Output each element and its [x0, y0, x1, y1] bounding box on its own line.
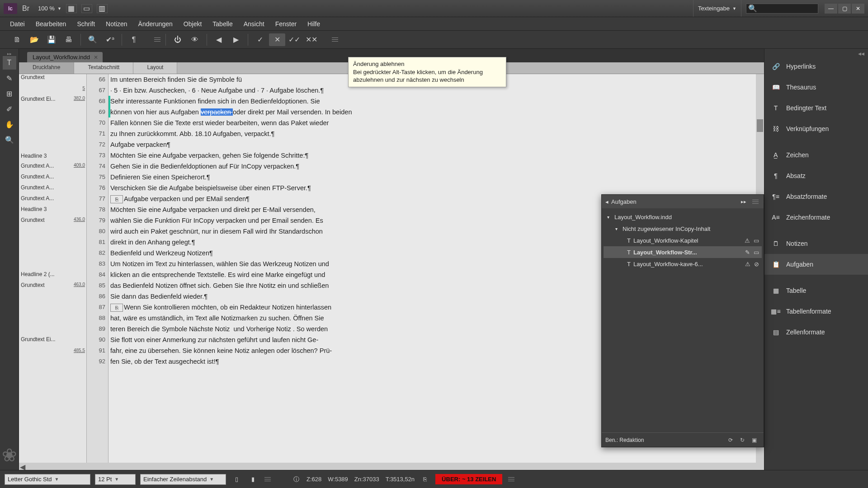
note-tool[interactable]: ✎ — [3, 71, 16, 85]
text-line[interactable]: Aufgabe verpacken¶ — [110, 139, 756, 150]
menu-ansicht[interactable]: Ansicht — [238, 20, 270, 28]
reject-all-icon[interactable]: ✕✕ — [303, 33, 320, 46]
open-icon[interactable]: 📂 — [26, 33, 42, 46]
position-tool[interactable]: ⊞ — [3, 87, 16, 100]
view-mode-drop-2[interactable]: ▭ — [81, 4, 92, 13]
close-button[interactable]: ✕ — [852, 4, 864, 14]
track-power-icon[interactable]: ⏻ — [170, 33, 186, 46]
zoom-level[interactable]: 100 %▼ — [38, 5, 61, 12]
hand-tool[interactable]: ✋ — [3, 117, 16, 131]
aufgaben-panel-header[interactable]: ◂ Aufgaben ▸▸ — [602, 195, 764, 208]
palette-collapse-icon[interactable]: ▸▸ — [7, 52, 12, 54]
view-mode-drop-1[interactable]: ▦ — [66, 4, 77, 13]
menu-notizen[interactable]: Notizen — [100, 20, 132, 28]
document-tab[interactable]: Layout_Workflow.indd ✕ — [27, 52, 103, 62]
disclosure-icon[interactable]: ▾ — [615, 226, 620, 231]
panel-tabelle[interactable]: ▦Tabelle — [764, 280, 868, 301]
panel-hyperlinks[interactable]: 🔗Hyperlinks — [764, 56, 868, 77]
menu-schrift[interactable]: Schrift — [71, 20, 100, 28]
spellcheck-icon[interactable]: ✔ᵃ — [102, 33, 118, 46]
reject-change-button[interactable]: ✕ — [269, 33, 285, 46]
panel-toggle-icon[interactable]: ◂ — [605, 198, 609, 205]
columns-icon-2[interactable]: ▮ — [247, 474, 259, 484]
search-input[interactable]: 🔍 — [746, 4, 818, 14]
status-menu-1[interactable] — [263, 477, 272, 481]
print-icon[interactable]: 🖶 — [61, 33, 77, 46]
text-line[interactable]: zu Ihnen zurückkommt. Abb. 18.10 Aufgabe… — [110, 128, 756, 139]
tree-group[interactable]: ▾ Nicht zugewiesener InCopy-Inhalt — [604, 223, 762, 235]
aufgaben-tree[interactable]: ▾ Layout_Workflow.indd ▾ Nicht zugewiese… — [602, 208, 764, 432]
panel-menu-icon[interactable] — [751, 200, 760, 204]
type-tool[interactable]: T — [3, 56, 16, 70]
text-line[interactable]: Fällen können Sie die Texte erst wieder … — [110, 117, 756, 128]
font-size-select[interactable]: 12 Pt▼ — [95, 474, 136, 485]
accept-all-icon[interactable]: ✓✓ — [286, 33, 302, 46]
menu-fenster[interactable]: Fenster — [270, 20, 302, 28]
text-line[interactable]: Definieren Sie einen Speicherort.¶ — [110, 172, 756, 183]
horizontal-scrollbar[interactable]: ◀ — [19, 463, 764, 470]
scroll-left-icon[interactable]: ◀ — [19, 463, 26, 470]
panel-zeichen[interactable]: A̲Zeichen — [764, 145, 868, 165]
save-icon[interactable]: 💾 — [43, 33, 60, 46]
update-icon[interactable]: ⟳ — [725, 437, 736, 443]
panel-notizen[interactable]: 🗒Notizen — [764, 233, 868, 254]
toolbar-menu-2[interactable] — [330, 38, 340, 42]
workspace-switcher[interactable]: Texteingabe▼ — [693, 0, 741, 17]
info-icon[interactable]: ⓘ — [290, 474, 302, 484]
columns-icon-1[interactable]: ▯ — [231, 474, 242, 484]
menu-änderungen[interactable]: Änderungen — [133, 20, 178, 28]
text-line[interactable]: Verschicken Sie die Aufgabe beispielswei… — [110, 183, 756, 193]
panel-thesaurus[interactable]: 📖Thesaurus — [764, 77, 868, 98]
disclosure-icon[interactable]: ▾ — [607, 215, 612, 220]
text-line[interactable]: Möchten Sie eine Aufgabe verpacken, gehe… — [110, 150, 756, 161]
bridge-icon[interactable]: Br — [20, 4, 32, 14]
text-line[interactable]: Gehen Sie in die Bedienfeldoptionen auf … — [110, 161, 756, 172]
next-change-icon[interactable]: ▶ — [228, 33, 244, 46]
status-menu-2[interactable] — [507, 477, 516, 481]
panel-verknüpfungen[interactable]: ⛓Verknüpfungen — [764, 118, 868, 139]
panel-aufgaben[interactable]: 📋Aufgaben — [764, 254, 868, 275]
aufgaben-item[interactable]: TLayout_Workflow-Str...✎▭ — [604, 246, 762, 258]
text-line[interactable]: Sehr interessante Funktionen finden sich… — [110, 96, 756, 107]
text-line[interactable]: können von hier aus Aufgaben verpacken o… — [110, 107, 756, 117]
dock-collapse-icon[interactable]: ◀◀ — [764, 52, 868, 56]
tracked-deletion[interactable]: verpacken — [201, 108, 233, 116]
menu-objekt[interactable]: Objekt — [178, 20, 207, 28]
view-tab-textabschnitt[interactable]: Textabschnitt — [74, 62, 133, 74]
panel-absatzformate[interactable]: ¶≡Absatzformate — [764, 186, 868, 207]
menu-bearbeiten[interactable]: Bearbeiten — [30, 20, 72, 28]
menu-tabelle[interactable]: Tabelle — [207, 20, 238, 28]
panel-zellenformate[interactable]: ▤Zellenformate — [764, 322, 868, 343]
panel-bedingter text[interactable]: TBedingter Text — [764, 98, 868, 118]
view-tab-layout[interactable]: Layout — [133, 62, 177, 74]
eyedropper-tool[interactable]: ✐ — [3, 102, 16, 116]
panel-tabellenformate[interactable]: ▦≡Tabellenformate — [764, 301, 868, 322]
panel-zeichenformate[interactable]: A≡Zeichenformate — [764, 207, 868, 228]
menu-hilfe[interactable]: Hilfe — [302, 20, 326, 28]
minimize-button[interactable]: — — [825, 4, 837, 14]
prev-change-icon[interactable]: ◀ — [211, 33, 227, 46]
find-icon[interactable]: 🔍 — [85, 33, 101, 46]
panel-absatz[interactable]: ¶Absatz — [764, 165, 868, 186]
track-preview-icon[interactable]: 👁 — [187, 33, 203, 46]
pilcrow-icon[interactable]: ¶ — [126, 33, 142, 46]
refresh-icon[interactable]: ↻ — [736, 437, 748, 443]
menu-datei[interactable]: Datei — [5, 20, 30, 28]
tree-root[interactable]: ▾ Layout_Workflow.indd — [604, 211, 762, 223]
panel-collapse-icon[interactable]: ▸▸ — [741, 199, 746, 205]
font-select[interactable]: Letter Gothic Std▼ — [5, 474, 90, 485]
overset-icon[interactable]: ⎘ — [419, 474, 431, 484]
scrollbar-thumb[interactable] — [757, 119, 763, 132]
new-doc-icon[interactable]: 🗎 — [9, 33, 25, 46]
maximize-button[interactable]: ▢ — [838, 4, 851, 14]
leading-select[interactable]: Einfacher Zeilenabstand▼ — [140, 474, 226, 485]
view-tab-druckfahne[interactable]: Druckfahne — [19, 62, 74, 74]
aufgaben-item[interactable]: TLayout_Workflow-kave-6...⚠⊘ — [604, 258, 762, 270]
accept-change-icon[interactable]: ✓ — [252, 33, 268, 46]
aufgaben-item[interactable]: TLayout_Workflow-Kapitel⚠▭ — [604, 235, 762, 246]
goto-icon[interactable]: ▣ — [748, 437, 760, 443]
zoom-tool[interactable]: 🔍 — [3, 133, 16, 146]
view-mode-drop-3[interactable]: ▥ — [97, 4, 108, 13]
close-tab-icon[interactable]: ✕ — [94, 54, 98, 61]
toolbar-menu-1[interactable] — [153, 38, 162, 42]
